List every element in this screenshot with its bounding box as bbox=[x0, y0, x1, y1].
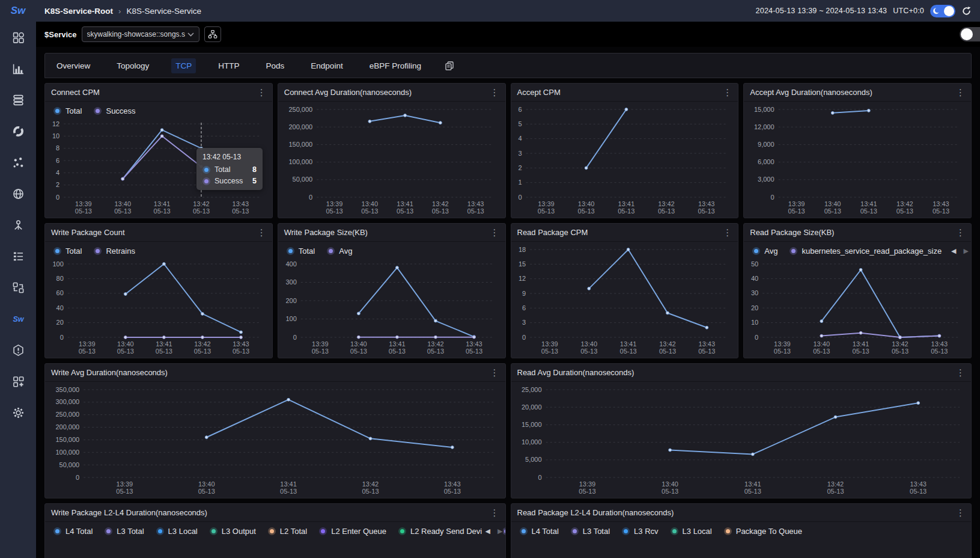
svg-text:05-13: 05-13 bbox=[397, 207, 413, 215]
tab-tcp[interactable]: TCP bbox=[171, 58, 196, 73]
tab-http[interactable]: HTTP bbox=[214, 58, 243, 73]
svg-text:05-13: 05-13 bbox=[233, 348, 249, 355]
line-chart[interactable]: 02040608010013:3905-1313:4005-1313:4105-… bbox=[46, 259, 269, 357]
legend-item[interactable]: Avg bbox=[327, 247, 352, 256]
legend-next-icon[interactable]: ▶ bbox=[498, 527, 502, 535]
sidebar-item-skywalking-icon[interactable]: Sw bbox=[0, 303, 36, 334]
sidebar-item-settings-gear-icon[interactable] bbox=[0, 397, 36, 428]
sitemap-icon bbox=[208, 29, 218, 39]
svg-text:300,000: 300,000 bbox=[55, 398, 79, 405]
more-menu-icon[interactable]: ⋮ bbox=[490, 228, 499, 237]
legend-item[interactable]: Retrains bbox=[94, 247, 135, 256]
tab-pods[interactable]: Pods bbox=[262, 58, 289, 73]
sidebar-item-donut-chart-icon[interactable] bbox=[0, 115, 36, 147]
more-menu-icon[interactable]: ⋮ bbox=[956, 368, 965, 377]
chart-tooltip: 13:42 05-13Total8Success5 bbox=[196, 148, 263, 190]
moon-icon bbox=[932, 7, 941, 16]
more-menu-icon[interactable]: ⋮ bbox=[956, 508, 965, 517]
tab-overview[interactable]: Overview bbox=[52, 58, 94, 73]
time-range[interactable]: 2024-05-13 13:39 ~ 2024-05-13 13:43 bbox=[756, 7, 887, 15]
sidebar-item-topology-swap-icon[interactable] bbox=[0, 272, 36, 303]
legend-item[interactable]: L2 Ready Send Device bbox=[398, 527, 490, 536]
legend-item[interactable]: L3 Output bbox=[210, 527, 256, 536]
service-topology-button[interactable] bbox=[204, 26, 221, 42]
svg-text:12: 12 bbox=[518, 275, 525, 282]
copy-dashboard-icon[interactable] bbox=[445, 61, 454, 70]
line-chart[interactable]: 012345613:3905-1313:4005-1313:4105-1313:… bbox=[513, 105, 735, 216]
svg-text:350,000: 350,000 bbox=[55, 386, 79, 393]
sidebar-item-scatter-icon[interactable] bbox=[0, 147, 36, 178]
legend-item[interactable]: L3 Rcv bbox=[622, 527, 658, 536]
sidebar-item-database-icon[interactable] bbox=[0, 84, 36, 115]
line-chart[interactable]: 050,000100,000150,000200,000250,000300,0… bbox=[46, 385, 502, 497]
line-chart[interactable]: 010020030040013:3905-1313:4005-1313:4105… bbox=[279, 259, 502, 357]
sidebar-item-alert-shield-icon[interactable] bbox=[0, 334, 36, 366]
tripod-icon bbox=[12, 219, 25, 231]
legend-item[interactable]: Package To Queue bbox=[724, 527, 802, 536]
auto-refresh-toggle[interactable] bbox=[960, 27, 980, 41]
sidebar-item-dashboard-icon[interactable] bbox=[0, 22, 36, 53]
tab-topology[interactable]: Topology bbox=[112, 58, 153, 73]
legend-prev-icon[interactable]: ◀ bbox=[485, 527, 490, 535]
legend-item[interactable]: L3 Local bbox=[156, 527, 198, 536]
svg-text:05-13: 05-13 bbox=[194, 348, 211, 355]
legend-item[interactable]: L3 Total bbox=[571, 527, 610, 536]
more-menu-icon[interactable]: ⋮ bbox=[490, 508, 499, 517]
legend-item[interactable]: Total bbox=[53, 106, 82, 115]
line-chart[interactable]: 036912151813:3905-1313:4005-1313:4105-13… bbox=[513, 245, 735, 357]
tab-ebpf-profiling[interactable]: eBPF Profiling bbox=[365, 58, 425, 73]
breadcrumb-leaf[interactable]: K8S-Service-Service bbox=[126, 7, 201, 16]
more-menu-icon[interactable]: ⋮ bbox=[723, 88, 732, 97]
svg-text:15,000: 15,000 bbox=[521, 421, 541, 428]
legend-item[interactable]: Avg bbox=[752, 247, 778, 256]
svg-text:13:40: 13:40 bbox=[577, 200, 594, 207]
legend-item[interactable]: Total bbox=[53, 247, 82, 256]
more-menu-icon[interactable]: ⋮ bbox=[490, 368, 499, 377]
more-menu-icon[interactable]: ⋮ bbox=[257, 88, 266, 97]
legend-item[interactable]: L4 Total bbox=[520, 527, 559, 536]
legend-next-icon[interactable]: ▶ bbox=[964, 247, 969, 255]
legend-item[interactable]: Total bbox=[287, 247, 315, 256]
svg-text:100: 100 bbox=[52, 260, 63, 268]
more-menu-icon[interactable]: ⋮ bbox=[490, 88, 499, 97]
sidebar-item-tripod-icon[interactable] bbox=[0, 209, 36, 241]
breadcrumb-root[interactable]: K8S-Service-Root bbox=[44, 7, 113, 16]
legend-item[interactable]: L3 Total bbox=[105, 527, 144, 536]
svg-text:05-13: 05-13 bbox=[280, 488, 297, 495]
svg-text:05-13: 05-13 bbox=[311, 348, 328, 355]
svg-text:05-13: 05-13 bbox=[788, 207, 805, 215]
legend-item[interactable]: L4 Total bbox=[53, 527, 93, 536]
line-chart[interactable]: 0102030405013:3905-1313:4005-1313:4105-1… bbox=[745, 259, 967, 357]
dark-mode-toggle[interactable] bbox=[930, 5, 955, 17]
legend-item[interactable]: L3 Local bbox=[671, 527, 712, 536]
more-menu-icon[interactable]: ⋮ bbox=[956, 88, 965, 97]
line-chart[interactable]: 05,00010,00015,00020,00025,00013:3905-13… bbox=[513, 385, 968, 497]
more-menu-icon[interactable]: ⋮ bbox=[956, 228, 965, 237]
sidebar-item-marketplace-icon[interactable] bbox=[0, 366, 36, 397]
tab-endpoint[interactable]: Endpoint bbox=[306, 58, 347, 73]
chart-legend: L4 TotalL3 TotalL3 RcvL3 LocalPackage To… bbox=[511, 523, 972, 539]
refresh-icon[interactable] bbox=[961, 6, 972, 16]
more-menu-icon[interactable]: ⋮ bbox=[723, 228, 732, 237]
sidebar-item-log-list-icon[interactable] bbox=[0, 241, 36, 272]
panel-title: Read Package Size(KB) bbox=[750, 228, 834, 237]
svg-text:13:39: 13:39 bbox=[538, 200, 555, 207]
timezone[interactable]: UTC+0:0 bbox=[893, 7, 924, 15]
legend-item[interactable]: kubernetes_service_read_package_size bbox=[790, 247, 942, 256]
line-chart[interactable]: 050,000100,000150,000200,000250,00013:39… bbox=[279, 105, 502, 216]
service-select[interactable]: skywalking-showcase::songs.s bbox=[82, 26, 199, 42]
legend-prev-icon[interactable]: ◀ bbox=[951, 247, 956, 255]
svg-text:13:39: 13:39 bbox=[788, 200, 805, 207]
svg-text:05-13: 05-13 bbox=[698, 348, 715, 355]
more-menu-icon[interactable]: ⋮ bbox=[257, 228, 266, 237]
sidebar-item-bar-chart-icon[interactable] bbox=[0, 53, 36, 84]
sidebar-item-globe-icon[interactable] bbox=[0, 178, 36, 209]
skywalking-logo[interactable]: Sw bbox=[0, 0, 36, 22]
svg-text:13:41: 13:41 bbox=[619, 340, 636, 348]
svg-text:05-13: 05-13 bbox=[466, 348, 482, 355]
svg-text:0: 0 bbox=[309, 194, 312, 201]
legend-item[interactable]: L2 Total bbox=[268, 527, 307, 536]
legend-item[interactable]: L2 Enter Queue bbox=[319, 527, 386, 536]
legend-item[interactable]: Success bbox=[94, 106, 135, 115]
line-chart[interactable]: 03,0006,0009,00012,00015,00013:3905-1313… bbox=[745, 105, 967, 216]
